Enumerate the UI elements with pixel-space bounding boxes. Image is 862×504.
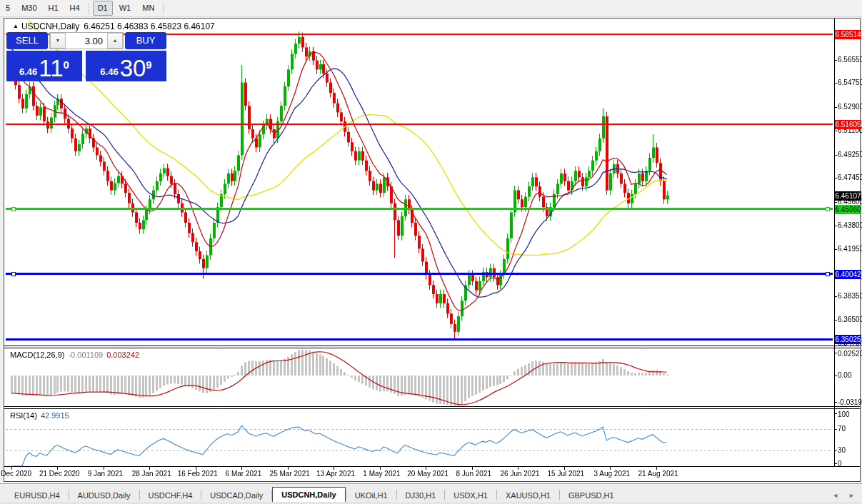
volume-stepper: ▼ ▲ xyxy=(49,32,124,49)
hline-support-6.45060[interactable] xyxy=(6,208,833,210)
app-screen: 5M30H1H4D1W1MN ▲USDCNH,Daily6.46251 6.46… xyxy=(0,0,862,504)
toolbar-separator xyxy=(89,3,89,14)
date-axis-label: 2 Dec 2020 xyxy=(0,470,31,478)
price-axis-tick: 6.56550 xyxy=(838,56,862,64)
symbol-tab-usdchf-h4[interactable]: USDCHF,H4 xyxy=(140,489,201,503)
rsi-value: 42.9915 xyxy=(41,411,69,420)
timeframe-button-w1[interactable]: W1 xyxy=(114,1,136,16)
symbol-tab-bar: EURUSD,H4AUDUSD,DailyUSDCHF,H4USDCAD,Dai… xyxy=(0,483,862,503)
sell-price-small: 6.46 xyxy=(19,65,37,79)
date-axis-label: 21 Aug 2021 xyxy=(638,470,678,478)
timeframe-button-h4[interactable]: H4 xyxy=(65,1,85,16)
timeframe-button-d1[interactable]: D1 xyxy=(93,1,113,16)
buy-button[interactable]: BUY xyxy=(125,32,166,49)
resistance-line-label: 6.58514 xyxy=(835,30,861,39)
symbol-tab-dj30-h1[interactable]: DJ30,H1 xyxy=(397,489,445,503)
macd-axis-tick: 0.00 xyxy=(838,371,851,379)
macd-value-main: -0.001109 xyxy=(68,351,103,359)
volume-decrease-icon[interactable]: ▼ xyxy=(50,33,66,49)
tabs-scroll-left-icon[interactable]: ◄ xyxy=(832,492,838,499)
rsi-axis-tick: 0 xyxy=(838,460,842,468)
date-axis-label: 3 Aug 2021 xyxy=(593,470,630,478)
date-axis-label: 26 Jun 2021 xyxy=(500,470,539,478)
price-axis-tick: 6.38350 xyxy=(838,292,862,300)
timeframe-toolbar: 5M30H1H4D1W1MN xyxy=(0,0,862,17)
macd-value-signal: 0.003242 xyxy=(106,351,139,359)
hline-resistance-6.51605[interactable] xyxy=(6,124,833,125)
hline-support-6.40042[interactable] xyxy=(6,273,833,275)
price-axis-tick: 6.41950 xyxy=(838,245,862,253)
collapse-panel-icon[interactable]: ▲ xyxy=(13,23,19,29)
chart-window: ▲USDCNH,Daily6.46251 6.46383 6.45823 6.4… xyxy=(4,18,861,482)
macd-axis-tick: 0.025209 xyxy=(838,350,862,358)
resistance-line-label: 6.51605 xyxy=(835,120,861,129)
sell-price-big: 11 xyxy=(39,58,63,79)
hline-support-6.35025[interactable] xyxy=(6,338,833,341)
date-axis-label: 20 May 2021 xyxy=(407,470,448,478)
date-axis-label: 25 Mar 2021 xyxy=(270,470,310,478)
symbol-tab-audusd-daily[interactable]: AUDUSD,Daily xyxy=(69,489,139,503)
date-axis-label: 8 Jun 2021 xyxy=(456,470,492,478)
rsi-axis-tick: 100 xyxy=(838,410,850,418)
timeframe-button-mn[interactable]: MN xyxy=(137,1,159,16)
sell-button[interactable]: SELL xyxy=(6,32,48,49)
support-line-label: 6.45060 xyxy=(835,205,861,214)
symbol-tab-ukoil-h1[interactable]: UKOil,H1 xyxy=(346,489,396,503)
volume-increase-icon[interactable]: ▲ xyxy=(107,33,123,49)
macd-indicator-label: MACD(12,26,9)-0.0011090.003242 xyxy=(10,351,139,359)
line-handle[interactable] xyxy=(11,272,16,276)
price-axis-tick: 6.54750 xyxy=(838,79,862,86)
tabs-scroll-right-icon[interactable]: ► xyxy=(848,492,855,499)
date-axis-label: 21 Dec 2020 xyxy=(39,470,80,478)
timeframe-button-m30[interactable]: M30 xyxy=(16,1,41,16)
toolbar-separator xyxy=(163,3,164,14)
symbol-tab-usdcnh-daily[interactable]: USDCNH,Daily xyxy=(272,487,345,503)
symbol-tab-gbpusd-h1[interactable]: GBPUSD,H1 xyxy=(560,489,623,503)
support-line-label: 6.40042 xyxy=(835,270,861,279)
date-axis-label: 13 Apr 2021 xyxy=(316,470,355,478)
buy-price-sup: 9 xyxy=(146,51,151,79)
rsi-indicator-label: RSI(14)42.9915 xyxy=(10,411,69,420)
price-axis-tick: 6.36500 xyxy=(838,316,862,323)
date-axis-label: 28 Jan 2021 xyxy=(132,470,171,478)
sell-price-box[interactable]: 6.46 11 0 xyxy=(6,51,82,81)
chart-ohlc-quotes: 6.46251 6.46383 6.45823 6.46107 xyxy=(84,21,215,31)
timeframe-button-h1[interactable]: H1 xyxy=(44,1,64,16)
volume-input[interactable] xyxy=(66,33,107,49)
rsi-axis-tick: 70 xyxy=(838,425,846,433)
chart-canvas[interactable] xyxy=(4,19,860,481)
line-handle[interactable] xyxy=(826,272,830,276)
macd-axis-tick: -0.03199 xyxy=(838,398,862,406)
sell-price-sup: 0 xyxy=(64,51,69,79)
price-axis-tick: 6.47450 xyxy=(838,173,862,181)
date-axis-label: 6 Mar 2021 xyxy=(226,470,262,478)
line-handle[interactable] xyxy=(11,207,16,211)
date-axis-label: 9 Jan 2021 xyxy=(88,470,124,478)
timeframe-button-5[interactable]: 5 xyxy=(1,1,15,16)
symbol-tab-usdx-h1[interactable]: USDX,H1 xyxy=(445,489,496,503)
price-axis-tick: 6.49250 xyxy=(838,151,862,158)
buy-price-small: 6.46 xyxy=(100,65,118,79)
rsi-axis-tick: 30 xyxy=(838,446,846,454)
symbol-tab-eurusd-h4[interactable]: EURUSD,H4 xyxy=(6,489,69,503)
line-handle[interactable] xyxy=(826,207,830,211)
chart-title: ▲USDCNH,Daily6.46251 6.46383 6.45823 6.4… xyxy=(13,21,215,31)
current-price-label: 6.46107 xyxy=(835,191,861,201)
symbol-tab-usdcad-daily[interactable]: USDCAD,Daily xyxy=(201,489,271,503)
price-axis-tick: 6.43800 xyxy=(838,221,862,229)
one-click-trade-widget: SELL ▼ ▲ BUY 6.46 11 0 6.46 30 9 xyxy=(6,32,166,81)
buy-price-big: 30 xyxy=(120,58,146,79)
buy-price-box[interactable]: 6.46 30 9 xyxy=(86,51,166,81)
date-axis-label: 1 May 2021 xyxy=(363,470,400,478)
date-axis-label: 16 Feb 2021 xyxy=(178,470,218,478)
macd-name: MACD(12,26,9) xyxy=(10,351,64,359)
symbol-tab-xauusd-h1[interactable]: XAUUSD,H1 xyxy=(497,489,559,503)
chart-symbol-label: USDCNH,Daily xyxy=(21,21,79,31)
rsi-name: RSI(14) xyxy=(10,411,37,420)
date-axis-label: 15 Jul 2021 xyxy=(547,470,584,478)
support-line-label: 6.35025 xyxy=(835,335,861,344)
price-axis-tick: 6.52900 xyxy=(838,103,862,111)
